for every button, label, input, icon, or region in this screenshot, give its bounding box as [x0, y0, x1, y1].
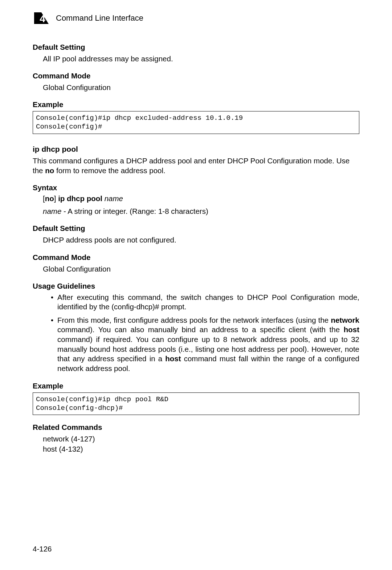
- syntax-bracket-close: ]: [54, 194, 58, 203]
- list-item: From this mode, first configure address …: [51, 315, 359, 374]
- page-number: 4-126: [33, 545, 52, 553]
- section-heading-example-2: Example: [33, 382, 359, 390]
- syntax-desc: name - A string or integer. (Range: 1-8 …: [43, 207, 359, 216]
- section-heading-command-mode-2: Command Mode: [33, 253, 359, 262]
- body-text-default-setting-2: DHCP address pools are not configured.: [43, 235, 359, 245]
- section-heading-default-setting-1: Default Setting: [33, 43, 359, 52]
- section-heading-default-setting-2: Default Setting: [33, 224, 359, 233]
- syntax-cmd: ip dhcp pool: [58, 194, 102, 203]
- syntax-param-name: name: [43, 207, 61, 215]
- usage-guidelines-list: After executing this command, the switch…: [51, 293, 359, 374]
- list-item: After executing this command, the switch…: [51, 293, 359, 312]
- chapter-number-icon: 4: [33, 11, 50, 25]
- section-heading-usage: Usage Guidelines: [33, 282, 359, 290]
- section-heading-related: Related Commands: [33, 423, 359, 432]
- page-header: 4 Command Line Interface: [33, 11, 359, 25]
- syntax-param-desc: - A string or integer. (Range: 1-8 chara…: [61, 207, 208, 215]
- body-text-command-mode-2: Global Configuration: [43, 264, 359, 274]
- related-item: host (4-132): [43, 444, 359, 454]
- section-heading-command-mode-1: Command Mode: [33, 72, 359, 80]
- syntax-no: no: [45, 194, 54, 203]
- syntax-param: name: [102, 194, 123, 203]
- section-heading-syntax: Syntax: [33, 183, 359, 192]
- code-block-example-1: Console(config)#ip dhcp excluded-address…: [33, 111, 359, 134]
- body-text-command-mode-1: Global Configuration: [43, 82, 359, 92]
- header-title: Command Line Interface: [56, 13, 143, 23]
- command-description: This command configures a DHCP address p…: [33, 156, 359, 175]
- command-desc-after: form to remove the address pool.: [54, 166, 166, 175]
- code-block-example-2: Console(config)#ip dhcp pool R&D Console…: [33, 392, 359, 415]
- command-title: ip dhcp pool: [33, 145, 359, 154]
- related-commands: network (4-127) host (4-132): [43, 434, 359, 454]
- body-text-default-setting-1: All IP pool addresses may be assigned.: [43, 54, 359, 64]
- svg-text:4: 4: [40, 13, 45, 24]
- command-desc-bold: no: [45, 166, 54, 175]
- section-heading-example-1: Example: [33, 100, 359, 109]
- related-item: network (4-127): [43, 434, 359, 444]
- syntax-line: [no] ip dhcp pool name: [43, 194, 359, 203]
